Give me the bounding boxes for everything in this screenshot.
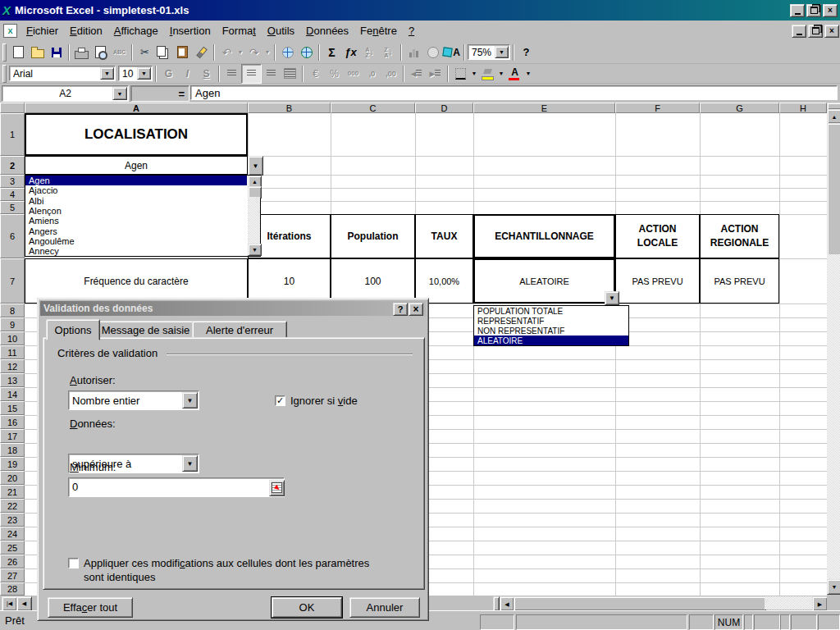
decrease-indent-button[interactable]: ◀ xyxy=(407,65,426,83)
help-button[interactable]: ? xyxy=(517,43,536,62)
autoriser-dropdown-button[interactable]: ▼ xyxy=(182,392,198,409)
formula-input[interactable]: Agen xyxy=(190,85,838,100)
font-color-dropdown[interactable]: ▼ xyxy=(524,65,532,83)
name-box[interactable]: A2 ▼ xyxy=(2,85,129,102)
cell-c6[interactable]: Population xyxy=(331,214,415,258)
select-all-corner[interactable] xyxy=(0,103,25,113)
row-header-23[interactable]: 23 xyxy=(0,513,25,527)
ok-button[interactable]: OK xyxy=(272,597,342,618)
chart-wizard-button[interactable] xyxy=(404,43,423,62)
spelling-button[interactable]: ABC xyxy=(110,43,129,62)
restore-button[interactable] xyxy=(806,4,821,17)
font-name-combobox[interactable]: Arial ▼ xyxy=(9,66,116,81)
scroll-track[interactable] xyxy=(248,197,260,245)
increase-indent-button[interactable]: ▶ xyxy=(426,65,445,83)
minimize-button[interactable] xyxy=(790,4,805,17)
row-header-22[interactable]: 22 xyxy=(0,499,25,513)
zoom-combobox[interactable]: 75% ▼ xyxy=(468,44,510,60)
menu-insertion[interactable]: Insertion xyxy=(164,22,217,39)
row-header-10[interactable]: 10 xyxy=(0,331,25,345)
increase-decimal-button[interactable]: ,0 xyxy=(363,65,381,83)
drawing-button[interactable]: A xyxy=(442,43,461,62)
city-option-ajaccio[interactable]: Ajaccio xyxy=(25,185,247,195)
column-header-G[interactable]: G xyxy=(700,103,779,113)
menu-fichier[interactable]: Fichier xyxy=(21,22,64,39)
tab-split-handle[interactable] xyxy=(493,596,500,611)
row-header-8[interactable]: 8 xyxy=(0,304,25,317)
align-left-button[interactable] xyxy=(222,65,241,83)
fill-color-button[interactable] xyxy=(478,65,497,83)
cell-a2[interactable]: Agen xyxy=(25,156,248,175)
row-header-15[interactable]: 15 xyxy=(0,401,25,415)
merge-center-button[interactable] xyxy=(281,65,299,83)
print-preview-button[interactable] xyxy=(91,43,110,62)
cell-c7[interactable]: 100 xyxy=(331,258,415,304)
vertical-scrollbar[interactable]: ▲ ▼ xyxy=(827,103,840,596)
row-header-21[interactable]: 21 xyxy=(0,485,25,499)
row-header-17[interactable]: 17 xyxy=(0,429,25,443)
autoriser-combobox[interactable]: Nombre entier ▼ xyxy=(68,390,199,410)
menu-fentre[interactable]: Fenêtre xyxy=(354,22,403,39)
title-bar[interactable]: X Microsoft Excel - simpletest-01.xls × xyxy=(0,0,840,21)
cell-d7[interactable]: 10,00% xyxy=(415,258,473,304)
first-sheet-button[interactable]: |◀ xyxy=(2,596,17,611)
cell-e6[interactable]: ECHANTILLONNAGE xyxy=(473,214,615,258)
column-header-C[interactable]: C xyxy=(331,103,415,113)
sampling-option-representatif[interactable]: REPRESENTATIF xyxy=(474,316,628,326)
column-header-F[interactable]: F xyxy=(615,103,700,113)
sort-descending-button[interactable]: ZA ↓ xyxy=(379,43,398,62)
percent-button[interactable]: % xyxy=(325,65,344,83)
book-close-button[interactable]: × xyxy=(824,25,839,38)
dialog-close-button[interactable]: × xyxy=(409,303,423,316)
city-option-agen[interactable]: Agen xyxy=(25,176,247,185)
italic-button[interactable]: I xyxy=(178,65,197,83)
row-header-7[interactable]: 7 xyxy=(0,258,25,304)
sampling-option-non-representatif[interactable]: NON REPRESENTATIF xyxy=(474,326,628,336)
undo-dropdown[interactable]: ▼ xyxy=(236,43,244,62)
scroll-thumb[interactable] xyxy=(514,596,766,611)
cut-button[interactable]: ✂ xyxy=(135,43,154,62)
undo-button[interactable]: ↶ xyxy=(217,43,236,62)
row-header-4[interactable]: 4 xyxy=(0,188,25,201)
open-button[interactable] xyxy=(28,43,47,62)
scroll-down-button[interactable]: ▼ xyxy=(248,244,262,256)
city-list-scrollbar[interactable]: ▲ ▼ xyxy=(248,176,260,256)
format-painter-button[interactable] xyxy=(192,43,211,62)
menu-?[interactable]: ? xyxy=(403,22,420,39)
city-option-albi[interactable]: Albi xyxy=(25,196,247,206)
scroll-up-button[interactable]: ▲ xyxy=(827,109,840,124)
range-selector-button[interactable] xyxy=(269,480,285,496)
sort-ascending-button[interactable]: AZ ↓ xyxy=(360,43,379,62)
ignorer-checkbox[interactable]: ✓ xyxy=(275,395,285,406)
menu-format[interactable]: Format xyxy=(217,22,262,39)
web-toolbar-button[interactable] xyxy=(297,43,316,62)
column-header-H[interactable]: H xyxy=(779,103,827,113)
fill-color-dropdown[interactable]: ▼ xyxy=(497,65,505,83)
paste-button[interactable] xyxy=(173,43,192,62)
edit-formula-button[interactable]: = xyxy=(174,88,189,100)
map-button[interactable] xyxy=(423,43,442,62)
cell-f7[interactable]: PAS PREVU xyxy=(615,258,700,304)
decrease-decimal-button[interactable]: ,00 xyxy=(381,65,400,83)
previous-sheet-button[interactable]: ◀ xyxy=(16,596,32,611)
align-center-button[interactable] xyxy=(241,64,262,84)
row-header-6[interactable]: 6 xyxy=(0,214,25,258)
paste-function-button[interactable]: ƒx xyxy=(341,43,360,62)
menu-donnes[interactable]: Données xyxy=(300,22,354,39)
row-header-3[interactable]: 3 xyxy=(0,175,25,188)
minimum-input[interactable]: 0 xyxy=(68,477,285,497)
clear-all-button[interactable]: Effacer tout xyxy=(48,597,133,618)
menu-affichage[interactable]: Affichage xyxy=(108,22,164,39)
book-minimize-button[interactable] xyxy=(792,25,806,38)
row-header-12[interactable]: 12 xyxy=(0,359,25,373)
row-header-28[interactable]: 28 xyxy=(0,582,25,596)
row-header-16[interactable]: 16 xyxy=(0,415,25,429)
row-header-1[interactable]: 1 xyxy=(0,113,25,156)
scroll-left-button[interactable]: ◀ xyxy=(500,596,514,611)
font-size-dropdown-button[interactable]: ▼ xyxy=(137,67,151,80)
toolbar-grip[interactable] xyxy=(2,43,7,62)
city-option-amiens[interactable]: Amiens xyxy=(25,216,247,226)
scroll-track[interactable] xyxy=(827,254,840,579)
row-header-18[interactable]: 18 xyxy=(0,443,25,457)
thousands-button[interactable]: 000 xyxy=(344,65,363,83)
